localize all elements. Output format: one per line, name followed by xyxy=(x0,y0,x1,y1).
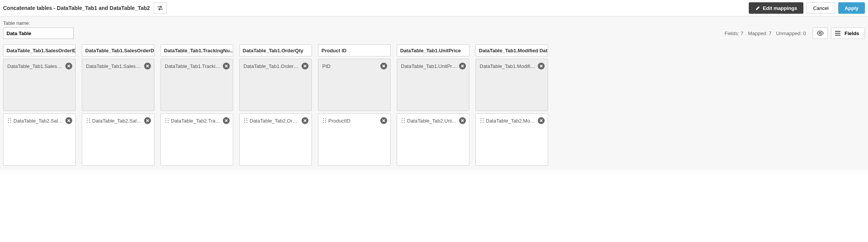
svg-point-39 xyxy=(247,120,247,121)
svg-point-36 xyxy=(244,118,245,119)
source-panel-bottom: DataTable_Tab2.UnitPr... xyxy=(397,113,469,166)
svg-point-37 xyxy=(247,118,247,119)
remove-icon[interactable] xyxy=(302,63,308,69)
column-header[interactable]: DataTable_Tab1.TrackingNu... xyxy=(161,44,233,56)
column-header[interactable]: DataTable_Tab1.SalesOrderID xyxy=(3,44,76,56)
field-chip[interactable]: DataTable_Tab1.SalesOrd... xyxy=(5,61,74,71)
swap-order-button[interactable] xyxy=(154,2,167,14)
drag-handle-icon[interactable] xyxy=(7,118,12,123)
svg-point-16 xyxy=(87,118,88,119)
column-header[interactable]: DataTable_Tab1.SalesOrderD... xyxy=(82,44,154,56)
apply-button[interactable]: Apply xyxy=(838,2,865,14)
table-name-input[interactable] xyxy=(3,27,74,39)
subheader: Table name: Fields: 7 Mapped: 7 Unmapped… xyxy=(0,16,868,40)
remove-icon[interactable] xyxy=(459,63,466,69)
fields-menu-label: Fields xyxy=(844,31,859,36)
columns-area: DataTable_Tab1.SalesOrderID DataTable_Ta… xyxy=(0,40,868,170)
remove-icon[interactable] xyxy=(223,63,230,69)
cancel-button[interactable]: Cancel xyxy=(806,2,835,14)
remove-icon[interactable] xyxy=(538,63,545,69)
mapping-column: Product ID PID ProductID xyxy=(318,44,391,166)
mapping-column: DataTable_Tab1.Modified Date DataTable_T… xyxy=(475,44,548,166)
field-chip-label: DataTable_Tab1.TrackingN... xyxy=(165,63,221,69)
field-chip[interactable]: DataTable_Tab2.Tracki... xyxy=(162,115,231,126)
svg-point-31 xyxy=(168,122,169,123)
svg-point-7 xyxy=(10,118,11,119)
header-bar: Concatenate tables - DataTable_Tab1 and … xyxy=(0,0,868,16)
remove-icon[interactable] xyxy=(65,63,72,69)
source-panel-bottom: DataTable_Tab2.Sales... xyxy=(82,113,154,166)
remove-icon[interactable] xyxy=(223,117,230,124)
fields-menu-button[interactable]: Fields xyxy=(831,27,865,39)
remove-icon[interactable] xyxy=(144,63,151,69)
mapping-column: DataTable_Tab1.UnitPrice DataTable_Tab1.… xyxy=(397,44,469,166)
svg-point-8 xyxy=(8,120,9,121)
svg-point-20 xyxy=(87,122,88,123)
svg-point-66 xyxy=(480,118,481,119)
drag-handle-icon[interactable] xyxy=(165,118,169,123)
svg-point-46 xyxy=(323,118,324,119)
svg-point-11 xyxy=(10,122,11,123)
svg-point-48 xyxy=(323,120,324,121)
svg-point-27 xyxy=(168,118,169,119)
column-header[interactable]: DataTable_Tab1.Modified Date xyxy=(475,44,548,56)
svg-point-19 xyxy=(89,120,90,121)
svg-point-41 xyxy=(247,122,247,123)
source-panel-top: DataTable_Tab1.TrackingN... xyxy=(161,59,233,111)
svg-point-38 xyxy=(244,120,245,121)
remove-icon[interactable] xyxy=(380,117,387,124)
svg-point-10 xyxy=(8,122,9,123)
field-chip[interactable]: DataTable_Tab1.UnitPrice xyxy=(399,61,467,71)
field-chip-label: DataTable_Tab1.SalesOrd... xyxy=(7,63,64,69)
svg-point-57 xyxy=(404,118,405,119)
source-panel-bottom: DataTable_Tab2.Modifi... xyxy=(475,113,548,166)
svg-point-60 xyxy=(402,122,402,123)
column-header[interactable]: DataTable_Tab1.OrderQty xyxy=(239,44,312,56)
svg-point-28 xyxy=(165,120,166,121)
field-chip[interactable]: ProductID xyxy=(320,115,389,126)
remove-icon[interactable] xyxy=(144,117,151,124)
drag-handle-icon[interactable] xyxy=(401,118,406,123)
field-chip[interactable]: DataTable_Tab2.Modifi... xyxy=(477,115,546,126)
remove-icon[interactable] xyxy=(65,117,72,124)
svg-point-9 xyxy=(10,120,11,121)
field-chip[interactable]: DataTable_Tab1.OrderQty xyxy=(241,61,310,71)
field-chip[interactable]: DataTable_Tab2.Sales... xyxy=(5,115,74,126)
svg-point-51 xyxy=(325,122,326,123)
svg-point-6 xyxy=(8,118,9,119)
remove-icon[interactable] xyxy=(302,117,308,124)
remove-icon[interactable] xyxy=(380,63,387,69)
edit-mappings-button[interactable]: Edit mappings xyxy=(749,2,804,14)
svg-point-56 xyxy=(402,118,402,119)
field-chip[interactable]: DataTable_Tab1.Modified ... xyxy=(477,61,546,71)
drag-handle-icon[interactable] xyxy=(86,118,91,123)
unmapped-stat: Unmapped: 0 xyxy=(776,31,806,36)
field-chip[interactable]: DataTable_Tab1.SalesOrd... xyxy=(84,61,153,71)
field-chip[interactable]: PID xyxy=(320,61,389,71)
drag-handle-icon[interactable] xyxy=(243,118,248,123)
field-chip-label: DataTable_Tab1.OrderQty xyxy=(243,63,300,69)
preview-button[interactable] xyxy=(813,27,828,39)
svg-point-50 xyxy=(323,122,324,123)
source-panel-top: DataTable_Tab1.SalesOrd... xyxy=(3,59,76,111)
svg-point-0 xyxy=(819,32,821,34)
field-chip-label: PID xyxy=(322,63,379,69)
field-chip-label: DataTable_Tab1.Modified ... xyxy=(480,63,536,69)
field-chip[interactable]: DataTable_Tab2.Order... xyxy=(241,115,310,126)
drag-handle-icon[interactable] xyxy=(480,118,484,123)
column-header[interactable]: Product ID xyxy=(318,44,391,56)
field-chip[interactable]: DataTable_Tab2.UnitPr... xyxy=(399,115,467,126)
column-header[interactable]: DataTable_Tab1.UnitPrice xyxy=(397,44,469,56)
pencil-icon xyxy=(755,5,761,11)
eye-icon xyxy=(816,31,824,36)
page-title: Concatenate tables - DataTable_Tab1 and … xyxy=(3,5,150,11)
mapped-stat: Mapped: 7 xyxy=(748,31,771,36)
drag-handle-icon[interactable] xyxy=(322,118,327,123)
svg-point-26 xyxy=(165,118,166,119)
mapping-column: DataTable_Tab1.OrderQty DataTable_Tab1.O… xyxy=(239,44,312,166)
field-chip[interactable]: DataTable_Tab1.TrackingN... xyxy=(162,61,231,71)
remove-icon[interactable] xyxy=(538,117,545,124)
remove-icon[interactable] xyxy=(459,117,466,124)
field-chip[interactable]: DataTable_Tab2.Sales... xyxy=(84,115,153,126)
svg-point-70 xyxy=(480,122,481,123)
